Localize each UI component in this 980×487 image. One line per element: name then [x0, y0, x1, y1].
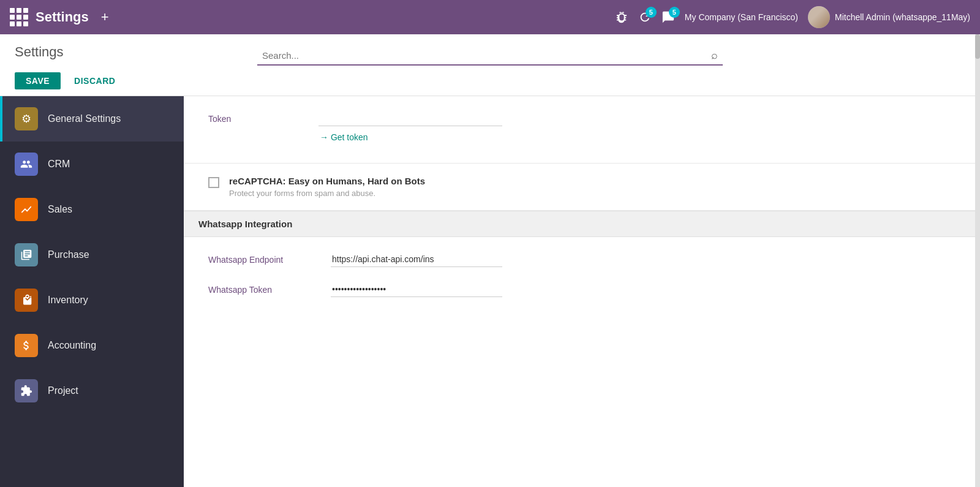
get-token-link[interactable]: → Get token	[320, 132, 956, 142]
refresh-icon-btn[interactable]: 5	[638, 10, 652, 24]
sidebar-label-accounting: Accounting	[48, 340, 96, 351]
inventory-icon	[15, 289, 38, 312]
whatsapp-section-header: Whatsapp Integration	[184, 211, 980, 237]
sidebar-label-crm: CRM	[48, 159, 70, 170]
sidebar-item-general-settings[interactable]: ⚙ General Settings	[0, 96, 184, 142]
sidebar-item-sales[interactable]: Sales	[0, 187, 184, 232]
add-button[interactable]: +	[101, 9, 109, 25]
captcha-checkbox[interactable]	[208, 177, 219, 188]
captcha-text: reCAPTCHA: Easy on Humans, Hard on Bots …	[229, 176, 425, 198]
whatsapp-endpoint-input[interactable]	[331, 252, 502, 267]
crm-icon	[15, 153, 38, 176]
chat-icon-btn[interactable]: 5	[662, 10, 675, 24]
whatsapp-fields: Whatsapp Endpoint Whatsapp Token	[184, 237, 980, 327]
whatsapp-endpoint-label: Whatsapp Endpoint	[208, 255, 331, 265]
captcha-subtitle: Protect your forms from spam and abuse.	[229, 189, 425, 198]
apps-icon[interactable]	[10, 8, 28, 26]
scrollbar-thumb[interactable]	[975, 34, 980, 59]
token-field-row: Token	[208, 111, 956, 126]
sidebar-label-general: General Settings	[48, 113, 121, 124]
save-button[interactable]: SAVE	[15, 72, 61, 89]
sidebar-label-purchase: Purchase	[48, 249, 89, 260]
discard-button[interactable]: DISCARD	[68, 72, 121, 89]
whatsapp-token-row: Whatsapp Token	[208, 282, 956, 297]
main-layout: ⚙ General Settings CRM Sales Purchase	[0, 96, 980, 487]
content-area: Token → Get token reCAPTCHA: Easy on Hum…	[184, 96, 980, 487]
accounting-icon	[15, 334, 38, 357]
sales-icon	[15, 198, 38, 221]
whatsapp-token-label: Whatsapp Token	[208, 285, 331, 295]
topbar: Settings + 5 5 My Company (San Francisco…	[0, 0, 980, 34]
topbar-icons: 5 5 My Company (San Francisco) Mitchell …	[615, 6, 970, 28]
search-input[interactable]	[262, 50, 711, 61]
bug-icon-btn[interactable]	[615, 10, 628, 24]
sidebar-item-crm[interactable]: CRM	[0, 142, 184, 187]
whatsapp-token-input[interactable]	[331, 282, 502, 297]
company-name[interactable]: My Company (San Francisco)	[685, 12, 798, 22]
sidebar-item-accounting[interactable]: Accounting	[0, 323, 184, 368]
sidebar: ⚙ General Settings CRM Sales Purchase	[0, 96, 184, 487]
sidebar-item-project[interactable]: Project	[0, 368, 184, 413]
app-title: Settings	[36, 9, 89, 25]
token-label: Token	[208, 114, 318, 124]
gear-icon: ⚙	[15, 107, 38, 130]
whatsapp-endpoint-row: Whatsapp Endpoint	[208, 252, 956, 267]
page-title: Settings	[15, 44, 64, 60]
avatar	[808, 6, 830, 28]
sidebar-label-project: Project	[48, 385, 78, 396]
purchase-icon	[15, 243, 38, 266]
chat-badge: 5	[669, 7, 680, 18]
sidebar-item-inventory[interactable]: Inventory	[0, 277, 184, 323]
token-section: Token → Get token	[184, 96, 980, 164]
captcha-title: reCAPTCHA: Easy on Humans, Hard on Bots	[229, 176, 425, 186]
refresh-badge: 5	[646, 7, 657, 18]
page-header: Settings ⌕ SAVE DISCARD	[0, 34, 980, 96]
user-name: Mitchell Admin (whatsappe_11May)	[835, 12, 970, 22]
toolbar: SAVE DISCARD	[15, 67, 965, 96]
scrollbar-track[interactable]	[975, 34, 980, 487]
search-icon[interactable]: ⌕	[711, 49, 718, 62]
bug-icon	[615, 10, 628, 24]
sidebar-item-purchase[interactable]: Purchase	[0, 232, 184, 277]
token-input[interactable]	[318, 111, 502, 126]
sidebar-label-sales: Sales	[48, 204, 72, 215]
sidebar-label-inventory: Inventory	[48, 295, 88, 306]
project-icon	[15, 379, 38, 402]
user-menu[interactable]: Mitchell Admin (whatsappe_11May)	[808, 6, 970, 28]
captcha-row: reCAPTCHA: Easy on Humans, Hard on Bots …	[184, 164, 980, 211]
